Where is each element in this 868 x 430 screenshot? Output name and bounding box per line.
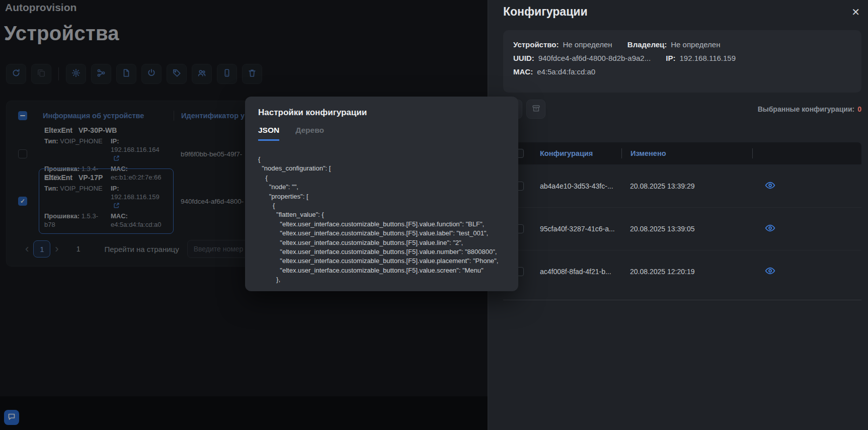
uuid-value: 940fdce4-af6d-4800-8d2b-a9a2... [538, 54, 651, 62]
configs-toolbar: Выбранные конфигурации:0 [503, 100, 861, 119]
ip-label: IP: [666, 54, 675, 62]
tab-tree[interactable]: Дерево [295, 126, 324, 141]
view-config-button[interactable] [765, 266, 775, 278]
tab-json[interactable]: JSON [258, 126, 279, 141]
archive-icon [532, 104, 540, 115]
column-configuration[interactable]: Конфигурация [535, 149, 621, 157]
eye-icon [765, 266, 775, 278]
table-row[interactable]: ab4a4e10-3d53-43fc-... 20.08.2025 13:39:… [503, 164, 861, 207]
mac-value: e4:5a:d4:fa:cd:a0 [537, 67, 595, 76]
json-content[interactable]: { "nodes_configuration": [ { "node": "",… [258, 155, 505, 287]
eye-icon [765, 180, 775, 192]
configurations-panel: Конфигурации ✕ Устройство:Не определен В… [488, 0, 868, 430]
table-row[interactable]: 95cfa40f-3287-41c6-a... 20.08.2025 13:39… [503, 207, 861, 250]
config-name: 95cfa40f-3287-41c6-a... [535, 225, 621, 233]
config-modified: 20.08.2025 13:39:05 [621, 225, 752, 233]
owner-label: Владелец: [627, 40, 667, 49]
config-modified: 20.08.2025 13:39:29 [621, 182, 752, 190]
uuid-label: UUID: [513, 54, 534, 62]
config-name: ab4a4e10-3d53-43fc-... [535, 182, 621, 190]
info-line-3: MAC:e4:5a:d4:fa:cd:a0 [513, 65, 851, 78]
configs-table: Конфигурация Изменено ab4a4e10-3d53-43fc… [503, 142, 861, 300]
header-divider [752, 148, 753, 158]
config-settings-modal: Настройки конфигурации JSON Дерево { "no… [245, 97, 518, 291]
device-info-card: Устройство:Не определен Владелец:Не опре… [503, 30, 861, 93]
config-modified: 20.08.2025 12:20:19 [621, 268, 752, 276]
modal-title: Настройки конфигурации [258, 108, 505, 118]
device-label: Устройство: [513, 40, 559, 49]
eye-icon [765, 223, 775, 235]
info-line-1: Устройство:Не определен Владелец:Не опре… [513, 38, 851, 51]
table-row[interactable]: ac4f008f-8fad-4f21-b... 20.08.2025 12:20… [503, 250, 861, 293]
modal-tabs: JSON Дерево [258, 126, 505, 141]
column-modified[interactable]: Изменено [622, 149, 752, 157]
selected-configs-count: 0 [857, 105, 861, 113]
mac-label: MAC: [513, 67, 533, 76]
view-config-button[interactable] [765, 180, 775, 192]
info-line-2: UUID:940fdce4-af6d-4800-8d2b-a9a2... IP:… [513, 51, 851, 65]
owner-value: Не определен [671, 40, 720, 49]
close-icon[interactable]: ✕ [851, 6, 860, 18]
view-config-button[interactable] [765, 223, 775, 235]
configs-table-header: Конфигурация Изменено [503, 142, 861, 164]
selected-configs-label: Выбранные конфигурации: [758, 105, 855, 113]
panel-title: Конфигурации [503, 5, 588, 19]
archive-button[interactable] [526, 100, 545, 119]
selected-configs-info: Выбранные конфигурации:0 [758, 105, 861, 113]
ip-value: 192.168.116.159 [680, 54, 736, 62]
device-value: Не определен [563, 40, 612, 49]
config-name: ac4f008f-8fad-4f21-b... [535, 268, 621, 276]
